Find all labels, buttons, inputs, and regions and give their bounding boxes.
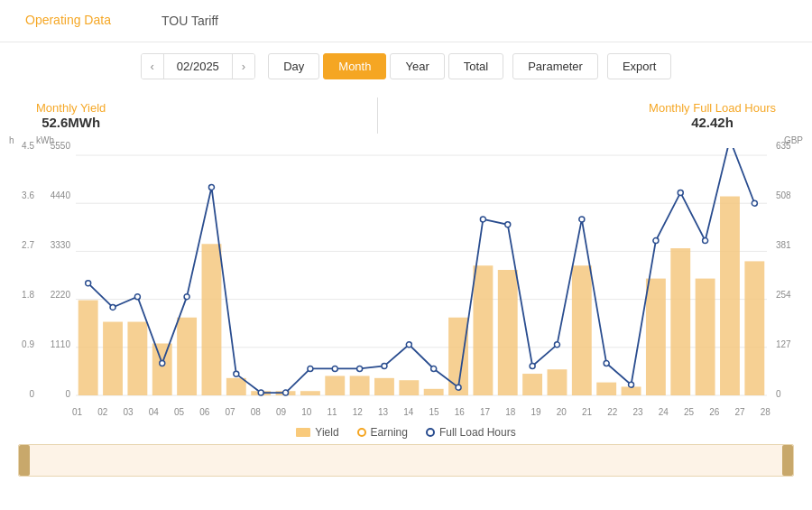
x-axis-label: 13 [378,407,388,417]
line-dot [382,363,387,368]
line-dot [480,217,485,222]
tab-operating[interactable]: Operating Data [0,0,136,42]
btn-export[interactable]: Export [607,53,672,79]
legend-earning: Earning [357,426,408,439]
x-axis-label: 25 [684,407,694,417]
line-dot [234,371,239,376]
x-axis-label: 03 [124,407,134,417]
x-axis-label: 10 [301,407,311,417]
x-axis-label: 05 [174,407,184,417]
line-dot [505,222,511,227]
legend: Yield Earning Full Load Hours [0,421,812,444]
bar [202,244,222,395]
x-axis-label: 27 [735,407,745,417]
scrollbar-thumb-right[interactable] [782,445,793,476]
legend-full-load-icon [426,428,435,437]
btn-total[interactable]: Total [448,53,503,79]
y-gbp-label: 127 [776,339,803,349]
scrollbar-thumb-left[interactable] [19,445,30,476]
stat-monthly-yield-label: Monthly Yield [36,101,106,115]
bar [152,343,172,395]
line-dot [258,390,263,395]
bar [424,389,444,395]
btn-parameter[interactable]: Parameter [512,53,598,79]
mini-chart-svg [30,445,300,477]
x-axis-label: 23 [633,407,643,417]
y-axis-kwh: 555044403330222011100 [36,141,70,421]
x-axis-label: 14 [403,407,413,417]
btn-month[interactable]: Month [323,53,386,79]
stat-monthly-yield: Monthly Yield 52.6MWh [36,101,106,130]
line-dot [134,294,140,300]
bar [498,270,518,395]
y-kwh-label: 4440 [36,190,70,200]
y-kwh-label: 5550 [36,141,70,151]
btn-year[interactable]: Year [390,53,444,79]
y-h-label: 0.9 [9,339,34,349]
stat-full-load-label: Monthly Full Load Hours [649,101,776,115]
legend-yield: Yield [296,426,338,439]
y-gbp-label: 508 [776,190,803,200]
line-dot [431,366,437,371]
stat-full-load-value: 42.42h [649,115,776,130]
tab-tou[interactable]: TOU Tariff [136,0,244,42]
x-axis-label: 15 [429,407,439,417]
line-dot [629,382,634,387]
y-axis-h: 4.53.62.71.80.90 [9,141,34,421]
line-dot [406,342,411,348]
x-axis-label: 20 [557,407,567,417]
legend-yield-icon [296,428,310,437]
line-dot [283,390,289,395]
scrollbar-area[interactable] [18,444,794,477]
legend-full-load-label: Full Load Hours [439,426,516,439]
x-axis-label: 09 [276,407,286,417]
stat-monthly-yield-value: 52.6MWh [36,115,106,130]
y-axis-gbp: 6355083812541270 [772,141,803,421]
btn-day[interactable]: Day [268,53,319,79]
main-chart-svg [72,148,770,399]
legend-earning-label: Earning [371,426,408,439]
next-button[interactable]: › [233,54,254,79]
time-button-group: Day Month Year Total [268,53,503,79]
y-h-label: 0 [9,389,34,399]
line-dot [653,238,659,244]
y-h-label: 4.5 [9,141,34,151]
legend-yield-label: Yield [315,426,338,439]
y-h-label: 3.6 [9,190,34,200]
line-dot [752,200,757,206]
stat-full-load: Monthly Full Load Hours 42.42h [649,101,776,130]
x-axis-label: 21 [582,407,592,417]
y-kwh-label: 2220 [36,290,70,300]
x-axis-label: 11 [328,407,337,417]
bar [103,322,123,395]
tab-bar: Operating Data TOU Tariff [0,0,812,42]
y-kwh-label: 0 [36,389,70,399]
bar [300,391,320,395]
bar [473,265,493,395]
line-dot [357,366,363,371]
bar [744,261,764,395]
y-gbp-label: 635 [776,141,803,151]
line-dot [678,190,683,195]
line-dot [86,281,91,286]
bar [350,376,370,395]
stat-divider [377,97,378,134]
line-dot [554,342,559,348]
x-axis-label: 12 [353,407,363,417]
y-h-label: 2.7 [9,240,34,250]
prev-button[interactable]: ‹ [142,54,163,79]
date-display: 02/2025 [163,54,233,79]
line-dot [110,304,115,310]
x-axis-label: 28 [761,407,770,417]
bar [374,378,394,395]
x-axis-label: 26 [709,407,719,417]
bar [226,378,246,395]
scrollbar-track[interactable] [19,445,793,476]
x-axis-label: 19 [531,407,541,417]
stats-bar: Monthly Yield 52.6MWh Monthly Full Load … [0,90,812,141]
toolbar: ‹ 02/2025 › Day Month Year Total Paramet… [0,42,812,90]
bar [522,374,542,395]
line-dot [160,361,165,366]
legend-earning-icon [357,428,366,437]
y-gbp-label: 0 [776,389,803,399]
